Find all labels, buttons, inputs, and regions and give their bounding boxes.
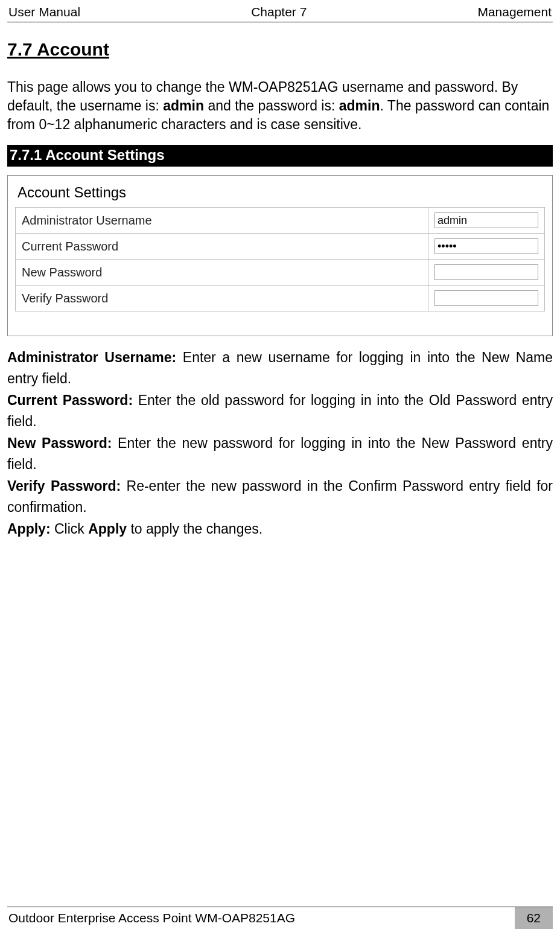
def-verify-password-label: Verify Password: xyxy=(7,478,121,494)
def-admin-username: Administrator Username: Enter a new user… xyxy=(7,347,553,389)
def-apply-text-2: to apply the changes. xyxy=(127,521,262,537)
cell-new-password xyxy=(428,260,545,286)
def-apply-bold: Apply xyxy=(88,521,127,537)
intro-paragraph: This page allows you to change the WM-OA… xyxy=(7,78,553,134)
intro-text-mid: and the password is: xyxy=(204,98,339,113)
cell-current-password xyxy=(428,234,545,260)
intro-bold-1: admin xyxy=(163,98,204,113)
def-current-password: Current Password: Enter the old password… xyxy=(7,390,553,432)
cell-admin-username xyxy=(428,208,545,234)
def-apply-label: Apply: xyxy=(7,521,51,537)
page-header: User Manual Chapter 7 Management xyxy=(7,5,553,22)
row-admin-username: Administrator Username xyxy=(16,208,545,234)
footer-product-name: Outdoor Enterprise Access Point WM-OAP82… xyxy=(7,907,296,929)
input-admin-username[interactable] xyxy=(434,212,538,228)
header-left: User Manual xyxy=(8,5,80,19)
field-definitions: Administrator Username: Enter a new user… xyxy=(7,347,553,540)
input-current-password[interactable] xyxy=(434,238,538,254)
page-footer: Outdoor Enterprise Access Point WM-OAP82… xyxy=(7,907,553,929)
screenshot-title: Account Settings xyxy=(15,184,545,201)
header-right: Management xyxy=(477,5,552,19)
def-apply: Apply: Click Apply to apply the changes. xyxy=(7,519,553,540)
cell-verify-password xyxy=(428,286,545,311)
row-new-password: New Password xyxy=(16,260,545,286)
row-current-password: Current Password xyxy=(16,234,545,260)
header-center: Chapter 7 xyxy=(251,5,307,19)
def-new-password-label: New Password: xyxy=(7,435,112,451)
subsection-heading: 7.7.1 Account Settings xyxy=(7,145,553,167)
footer-page-number: 62 xyxy=(515,907,553,929)
label-current-password: Current Password xyxy=(16,234,428,260)
input-new-password[interactable] xyxy=(434,264,538,280)
input-verify-password[interactable] xyxy=(434,290,538,306)
def-current-password-label: Current Password: xyxy=(7,392,133,408)
section-title: 7.7 Account xyxy=(7,39,553,60)
row-verify-password: Verify Password xyxy=(16,286,545,311)
def-admin-username-label: Administrator Username: xyxy=(7,349,176,365)
label-new-password: New Password xyxy=(16,260,428,286)
account-settings-screenshot: Account Settings Administrator Username … xyxy=(7,175,553,336)
def-apply-text-1: Click xyxy=(51,521,89,537)
label-verify-password: Verify Password xyxy=(16,286,428,311)
def-verify-password: Verify Password: Re-enter the new passwo… xyxy=(7,476,553,517)
label-admin-username: Administrator Username xyxy=(16,208,428,234)
account-settings-table: Administrator Username Current Password … xyxy=(15,207,545,311)
intro-bold-2: admin xyxy=(339,98,380,113)
def-new-password: New Password: Enter the new password for… xyxy=(7,433,553,474)
